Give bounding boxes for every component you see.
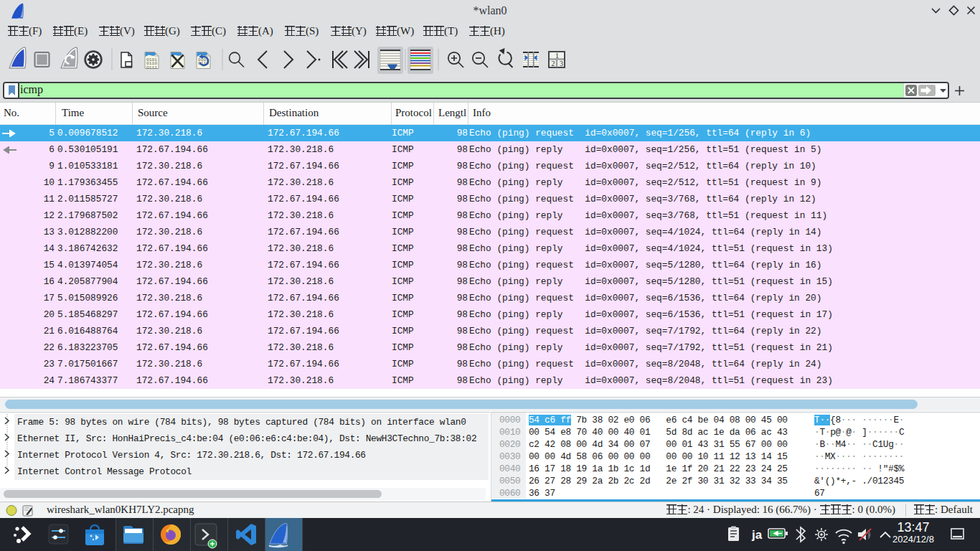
svg-text:3: 3 — [560, 60, 563, 67]
svg-text:0111: 0111 — [146, 65, 157, 70]
svg-text:ja: ja — [751, 528, 763, 542]
svg-text:2: 2 — [552, 60, 555, 67]
svg-text:1: 1 — [555, 52, 559, 60]
